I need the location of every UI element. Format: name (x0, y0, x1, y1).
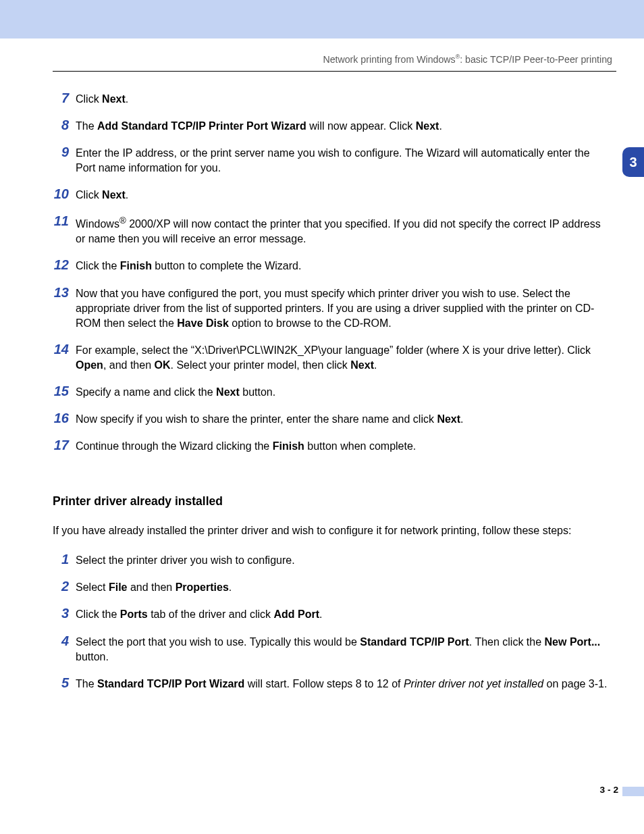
step-item: 16Now specify if you wish to share the p… (53, 412, 610, 427)
chapter-tab: 3 (622, 147, 644, 177)
step-number: 2 (53, 579, 76, 594)
step-number: 7 (53, 91, 76, 105)
step-item: 9Enter the IP address, or the print serv… (53, 146, 610, 176)
step-item: 14For example, select the “X:\Driver\PCL… (53, 343, 610, 373)
step-item: 7Click Next. (53, 92, 610, 107)
step-item: 2Select File and then Properties. (53, 580, 610, 595)
step-number: 12 (53, 258, 76, 272)
step-text: Click the Finish button to complete the … (76, 259, 610, 273)
step-number: 17 (53, 438, 76, 452)
step-number: 9 (53, 145, 76, 159)
step-text: Select File and then Properties. (76, 580, 610, 595)
step-item: 17Continue through the Wizard clicking t… (53, 439, 610, 454)
step-text: Click Next. (76, 92, 610, 107)
page-number: 3 - 2 (600, 785, 618, 795)
step-number: 13 (53, 286, 76, 300)
step-item: 13Now that you have configured the port,… (53, 286, 610, 331)
step-text: Windows® 2000/XP will now contact the pr… (76, 215, 610, 246)
step-item: 3Click the Ports tab of the driver and c… (53, 607, 610, 622)
steps-list-a: 7Click Next.8The Add Standard TCP/IP Pri… (53, 92, 610, 454)
step-text: Now specify if you wish to share the pri… (76, 412, 610, 427)
step-text: Click Next. (76, 188, 610, 203)
step-text: Select the printer driver you wish to co… (76, 553, 610, 568)
step-number: 3 (53, 606, 76, 621)
running-header-post: : basic TCP/IP Peer-to-Peer printing (460, 54, 612, 65)
step-number: 10 (53, 187, 76, 201)
step-text: Select the port that you wish to use. Ty… (76, 635, 610, 664)
step-item: 8The Add Standard TCP/IP Printer Port Wi… (53, 119, 610, 134)
section-intro: If you have already installed the printe… (53, 523, 610, 538)
top-accent-stripe (0, 0, 644, 38)
step-item: 1Select the printer driver you wish to c… (53, 553, 610, 568)
step-item: 5The Standard TCP/IP Port Wizard will st… (53, 677, 610, 692)
step-number: 1 (53, 552, 76, 567)
page-content: Network printing from Windows®: basic TC… (53, 53, 616, 704)
step-text: Now that you have configured the port, y… (76, 286, 610, 331)
step-text: The Standard TCP/IP Port Wizard will sta… (76, 677, 610, 692)
step-number: 8 (53, 118, 76, 132)
step-text: For example, select the “X:\Driver\PCL\W… (76, 343, 610, 373)
footer-accent (622, 787, 644, 796)
step-number: 11 (53, 214, 76, 228)
step-text: Click the Ports tab of the driver and cl… (76, 607, 610, 622)
step-number: 15 (53, 384, 76, 398)
step-text: The Add Standard TCP/IP Printer Port Wiz… (76, 119, 610, 134)
step-item: 10Click Next. (53, 188, 610, 203)
steps-list-b: 1Select the printer driver you wish to c… (53, 553, 610, 691)
section-heading: Printer driver already installed (53, 494, 616, 509)
step-item: 15Specify a name and click the Next butt… (53, 385, 610, 400)
step-text: Continue through the Wizard clicking the… (76, 439, 610, 454)
step-item: 4Select the port that you wish to use. T… (53, 635, 610, 664)
step-text: Specify a name and click the Next button… (76, 385, 610, 400)
running-header: Network printing from Windows®: basic TC… (53, 53, 616, 67)
step-number: 14 (53, 342, 76, 357)
document-page: 3 Network printing from Windows®: basic … (0, 0, 644, 834)
header-divider (53, 71, 616, 72)
step-item: 12Click the Finish button to complete th… (53, 259, 610, 273)
step-item: 11Windows® 2000/XP will now contact the … (53, 215, 610, 246)
step-number: 5 (53, 676, 76, 690)
step-number: 16 (53, 411, 76, 425)
running-header-pre: Network printing from Windows (323, 54, 455, 65)
step-number: 4 (53, 634, 76, 648)
step-text: Enter the IP address, or the print serve… (76, 146, 610, 176)
